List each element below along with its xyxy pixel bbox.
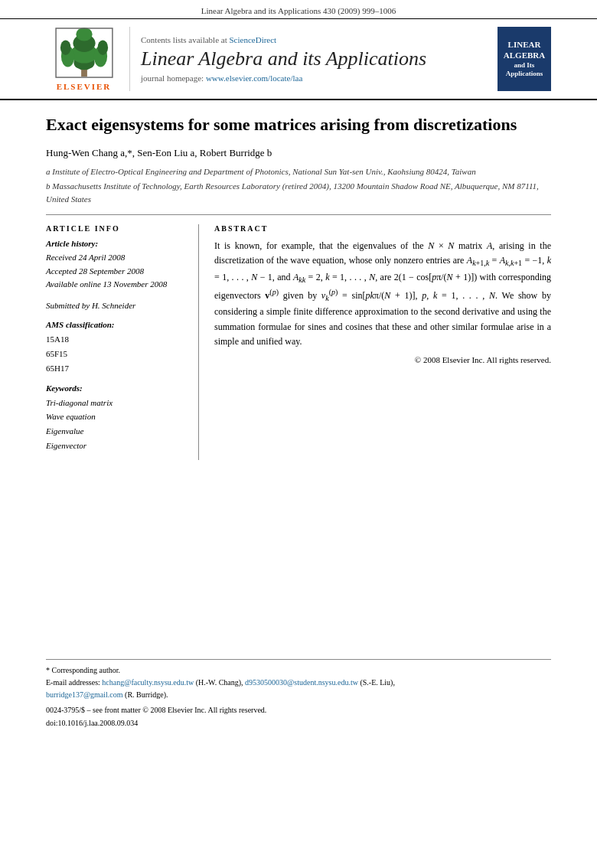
cover-line2: ALGEBRA xyxy=(501,50,548,60)
elsevier-brand-text: ELSEVIER xyxy=(57,82,112,91)
journal-title: Linear Algebra and its Applications xyxy=(141,47,487,70)
affiliation-a: a Institute of Electro-Optical Engineeri… xyxy=(46,165,551,178)
submitted-group: Submitted by H. Schneider xyxy=(46,299,186,313)
license-text: 0024-3795/$ – see front matter © 2008 El… xyxy=(46,706,266,714)
elsevier-tree-icon xyxy=(54,27,115,79)
available-date: Available online 13 November 2008 xyxy=(46,278,186,292)
history-group: Article history: Received 24 April 2008 … xyxy=(46,239,186,292)
journal-header: ELSEVIER Contents lists available at Sci… xyxy=(0,19,597,100)
cover-title: LINEAR ALGEBRA and Its Applications xyxy=(501,39,548,79)
abstract-heading: ABSTRACT xyxy=(214,224,551,233)
body-spacer xyxy=(46,460,551,628)
ams-label: AMS classification: xyxy=(46,320,186,329)
keyword-2: Wave equation xyxy=(46,410,186,424)
journal-homepage: journal homepage: www.elsevier.com/locat… xyxy=(141,73,487,83)
cover-line3: and Its xyxy=(514,61,535,69)
email-label: E-mail addresses: xyxy=(46,678,100,687)
copyright-line: © 2008 Elsevier Inc. All rights reserved… xyxy=(214,355,551,364)
email-line: E-mail addresses: hchang@faculty.nsysu.e… xyxy=(46,677,551,701)
page-wrapper: Linear Algebra and its Applications 430 … xyxy=(0,0,597,868)
keywords-group: Keywords: Tri-diagonal matrix Wave equat… xyxy=(46,383,186,453)
corresponding-note: * Corresponding author. xyxy=(46,664,551,677)
keyword-1: Tri-diagonal matrix xyxy=(46,396,186,410)
two-column-section: ARTICLE INFO Article history: Received 2… xyxy=(46,224,551,460)
license-line: 0024-3795/$ – see front matter © 2008 El… xyxy=(46,706,551,714)
journal-info: Contents lists available at ScienceDirec… xyxy=(130,27,497,91)
cover-line4: Applications xyxy=(506,70,543,77)
article-title: Exact eigensystems for some matrices ari… xyxy=(46,114,551,136)
author1-label: (H.-W. Chang), xyxy=(196,678,243,687)
abstract-body: It is known, for example, that the eigen… xyxy=(214,239,551,349)
keyword-4: Eigenvector xyxy=(46,439,186,453)
doi-line: doi:10.1016/j.laa.2008.09.034 xyxy=(46,719,551,727)
ams-1: 15A18 xyxy=(46,332,186,347)
journal-citation: Linear Algebra and its Applications 430 … xyxy=(201,6,396,15)
svg-point-4 xyxy=(76,28,92,41)
homepage-label: journal homepage: xyxy=(141,73,204,83)
author2-label: (S.-E. Liu), xyxy=(360,678,395,687)
footer-divider xyxy=(46,659,551,660)
divider-1 xyxy=(46,214,551,215)
elsevier-logo: ELSEVIER xyxy=(46,27,130,91)
svg-point-8 xyxy=(97,40,108,54)
accepted-date: Accepted 28 September 2008 xyxy=(46,265,186,279)
keyword-3: Eigenvalue xyxy=(46,424,186,439)
sciencedirect-link[interactable]: ScienceDirect xyxy=(229,35,276,44)
affiliation-b: b Massachusetts Institute of Technology,… xyxy=(46,180,551,205)
ams-3: 65H17 xyxy=(46,361,186,376)
email2-link[interactable]: d9530500030@student.nsysu.edu.tw xyxy=(245,678,358,687)
article-info-heading: ARTICLE INFO xyxy=(46,224,186,233)
article-info-col: ARTICLE INFO Article history: Received 2… xyxy=(46,224,199,460)
ams-group: AMS classification: 15A18 65F15 65H17 xyxy=(46,320,186,375)
author3-label: (R. Burridge). xyxy=(125,690,168,699)
main-content: Exact eigensystems for some matrices ari… xyxy=(0,100,597,644)
journal-cover: LINEAR ALGEBRA and Its Applications xyxy=(497,27,551,91)
affiliations: a Institute of Electro-Optical Engineeri… xyxy=(46,165,551,206)
authors-line: Hung-Wen Chang a,*, Sen-Eon Liu a, Rober… xyxy=(46,147,551,159)
doi-text: doi:10.1016/j.laa.2008.09.034 xyxy=(46,719,138,727)
abstract-col: ABSTRACT It is known, for example, that … xyxy=(214,224,551,460)
contents-label: Contents lists available at xyxy=(141,35,227,44)
keywords-label: Keywords: xyxy=(46,383,186,393)
ams-2: 65F15 xyxy=(46,347,186,361)
cover-line1: LINEAR xyxy=(501,39,548,50)
email1-link[interactable]: hchang@faculty.nsysu.edu.tw xyxy=(102,678,194,687)
svg-point-6 xyxy=(60,40,70,54)
sciencedirect-line: Contents lists available at ScienceDirec… xyxy=(141,35,487,44)
homepage-url[interactable]: www.elsevier.com/locate/laa xyxy=(206,73,302,83)
email3-link[interactable]: burridge137@gmail.com xyxy=(46,690,123,699)
footer-area: * Corresponding author. E-mail addresses… xyxy=(0,659,597,727)
received-date: Received 24 April 2008 xyxy=(46,251,186,265)
submitted-text: Submitted by H. Schneider xyxy=(46,299,186,313)
history-label: Article history: xyxy=(46,239,186,248)
authors-text: Hung-Wen Chang a,*, Sen-Eon Liu a, Rober… xyxy=(46,147,272,158)
corresponding-label: * Corresponding author. xyxy=(46,666,120,674)
top-header: Linear Algebra and its Applications 430 … xyxy=(0,0,597,19)
